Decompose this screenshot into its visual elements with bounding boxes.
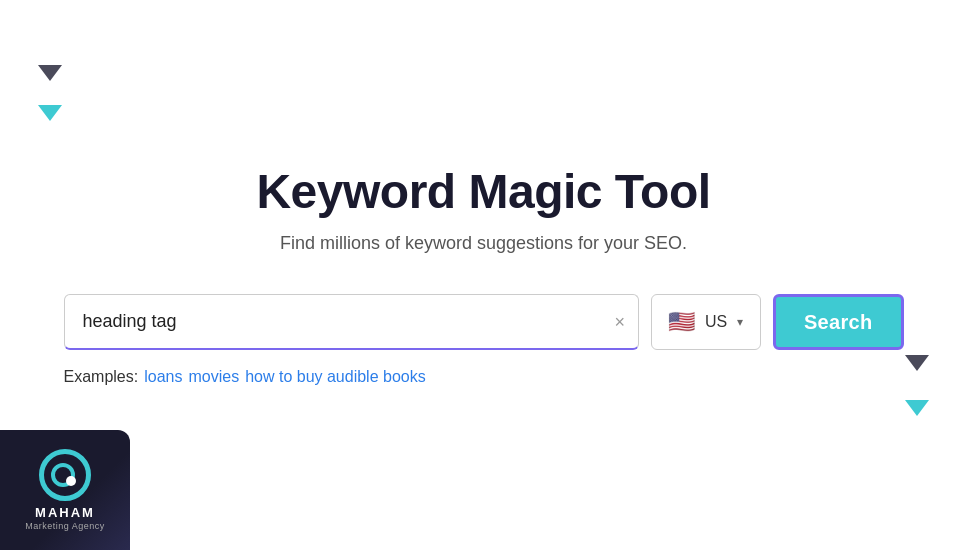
decoration-chevron-right-2 [905,400,929,416]
examples-label: Examples: [64,368,139,386]
svg-point-1 [66,476,76,486]
search-button[interactable]: Search [773,294,904,350]
logo-circle [39,449,91,501]
example-link-loans[interactable]: loans [144,368,182,386]
page-container: Keyword Magic Tool Find millions of keyw… [0,0,967,550]
main-content: Keyword Magic Tool Find millions of keyw… [64,164,904,386]
country-flag: 🇺🇸 [668,309,695,335]
example-link-movies[interactable]: movies [188,368,239,386]
search-row: × 🇺🇸 US ▾ Search [64,294,904,350]
chevron-down-icon: ▾ [737,315,743,329]
clear-icon[interactable]: × [614,313,625,331]
page-subtitle: Find millions of keyword suggestions for… [280,233,687,254]
country-label: US [705,313,727,331]
search-input-wrapper: × [64,294,639,350]
decoration-chevron-top-1 [38,65,62,81]
decoration-chevron-right-1 [905,355,929,371]
search-input[interactable] [64,294,639,350]
decoration-chevron-top-2 [38,105,62,121]
page-title: Keyword Magic Tool [256,164,710,219]
example-link-audible[interactable]: how to buy audible books [245,368,426,386]
logo-icon [51,461,79,489]
examples-row: Examples: loans movies how to buy audibl… [64,368,904,386]
logo-watermark: MAHAM Marketing Agency [0,430,130,550]
logo-sub: Marketing Agency [25,521,105,531]
logo-name: MAHAM [35,505,95,520]
country-selector[interactable]: 🇺🇸 US ▾ [651,294,761,350]
